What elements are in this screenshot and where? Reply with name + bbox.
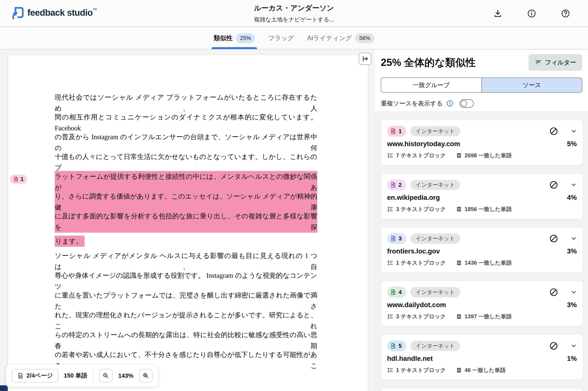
matched-words-stat: 1436 一致した単語 — [456, 259, 512, 267]
chevron-down-icon — [571, 289, 577, 295]
toolbar-divider — [93, 369, 93, 383]
filter-button[interactable]: フィルター — [529, 54, 582, 71]
similarity-panel-header: 25% 全体的な類似性 フィルター 一致グループ ソース 重複ソースを表示する — [375, 50, 588, 111]
expand-source-button[interactable] — [571, 128, 577, 134]
source-percent: 1% — [567, 355, 577, 362]
source-percent: 4% — [567, 194, 577, 201]
exclude-icon — [549, 288, 558, 297]
exclude-source-button[interactable] — [549, 288, 558, 297]
source-percent: 3% — [567, 247, 577, 255]
matched-words-icon — [456, 367, 462, 374]
source-percent: 3% — [567, 301, 577, 309]
toggle-knob — [461, 100, 467, 107]
match-marker-number: 1 — [20, 176, 23, 183]
page-toolbar: 2/4ページ 150 単語 143% — [6, 365, 158, 387]
text-blocks-stat: 7 テキストブロック — [387, 152, 446, 159]
text-blocks-icon — [387, 367, 394, 374]
source-card-2[interactable]: 2 インターネット en.wikipedia.org 4% 3 テキストブロック… — [381, 174, 583, 219]
text-line: 尊心や身体イメージの認識を形成する役割です。 Instagram のような視覚的… — [55, 271, 317, 291]
word-count-label: 150 単語 — [64, 372, 87, 380]
match-view-segmented-control: 一致グループ ソース — [381, 78, 582, 93]
source-card-next-partial[interactable] — [381, 388, 583, 391]
document-text: 現代社会ではソーシャル メディア プラットフォームがいたるところに存在するため、… — [55, 93, 317, 370]
tab-flags-label: フラッグ — [268, 34, 294, 42]
similarity-panel: 25% 全体的な類似性 フィルター 一致グループ ソース 重複ソースを表示する … — [375, 50, 588, 391]
header-actions — [492, 8, 571, 19]
zoom-in-button[interactable] — [139, 369, 152, 383]
info-button[interactable] — [526, 8, 537, 19]
source-card-1[interactable]: 1 インターネット www.historytoday.com 5% 7 テキスト… — [381, 120, 583, 165]
duplicate-sources-toggle[interactable] — [460, 99, 474, 108]
zoom-level-label: 143% — [118, 373, 133, 379]
filter-button-label: フィルター — [545, 58, 576, 67]
source-domain: frontiers.loc.gov — [387, 247, 440, 255]
text-line: の普及から Instagram のインフルエンサーの台頭まで、ソーシャル メディ… — [55, 132, 317, 152]
collapse-panel-button[interactable] — [359, 53, 371, 65]
matched-words-icon — [456, 313, 462, 320]
exclude-source-button[interactable] — [549, 341, 558, 351]
tab-similarity-label: 類似性 — [214, 34, 233, 42]
highlighted-text-line[interactable]: ります。 — [55, 231, 317, 251]
source-number-badge: 2 — [387, 179, 406, 191]
text-line: れた、現実の理想化されたバージョンが提示されることが多いです。研究によると、これ — [55, 311, 317, 330]
expand-source-button[interactable] — [571, 289, 577, 295]
text-line: ソーシャル メディアがメンタル ヘルスに与える影響の最も目に見える現れの 1 つ… — [55, 251, 317, 271]
download-button[interactable] — [492, 8, 503, 19]
source-card-5[interactable]: 5 インターネット hdl.handle.net 1% 1 テキストブロック 4… — [381, 334, 583, 380]
text-blocks-stat: 3 テキストブロック — [387, 205, 446, 213]
text-line: らの特定のストリームへの長期的な露出は、特に社会的比較に敏感な感受性の高い思春期 — [55, 330, 317, 350]
help-icon — [561, 9, 570, 18]
matched-words-stat: 1397 一致した単語 — [456, 313, 512, 320]
duplicate-info-icon[interactable] — [446, 100, 454, 107]
expand-source-button[interactable] — [571, 235, 577, 242]
text-line: 十億もの人々にとって日常生活に欠かせないものとなっています。しかし、これらのプ — [55, 152, 317, 172]
source-doc-icon — [390, 235, 396, 242]
source-doc-icon — [390, 343, 396, 349]
tab-ai-writing-label: AIライティング — [307, 34, 352, 42]
highlighted-text-line[interactable]: に及ぼす多面的な影響を分析する包括的な旅に乗り出し、その複雑な層と多様な影響を探 — [55, 212, 317, 231]
highlighted-text-line[interactable]: り、さらに調査する価値があります。このエッセイは、ソーシャル メディアが精神的健… — [55, 192, 317, 212]
tab-sources[interactable]: ソース — [481, 78, 582, 92]
matched-words-icon — [456, 260, 462, 266]
zoom-out-button[interactable] — [99, 369, 113, 383]
page-navigator-button[interactable]: 2/4ページ — [12, 369, 58, 383]
zoom-in-icon — [142, 373, 149, 379]
source-type-pill: インターネット — [410, 180, 460, 190]
source-card-3[interactable]: 3 インターネット frontiers.loc.gov 3% 1 テキストブロッ… — [381, 227, 583, 273]
text-line: に重点を置いたプラットフォームでは、完璧さを醸し出す綿密に厳選された画像で満たさ — [55, 291, 317, 311]
expand-source-button[interactable] — [571, 182, 577, 188]
overall-similarity-title: 25% 全体的な類似性 — [381, 56, 476, 69]
highlighted-text-line[interactable]: ラットフォームが提供する利便性と接続性の中には、メンタルヘルスとの微妙な関係があ — [55, 172, 317, 192]
help-button[interactable] — [560, 8, 571, 19]
text-blocks-icon — [387, 313, 394, 320]
chevron-down-icon — [571, 343, 577, 349]
expand-source-button[interactable] — [571, 343, 577, 349]
page-count-label: 2/4ページ — [26, 372, 53, 380]
source-type-pill: インターネット — [410, 233, 460, 244]
exclude-source-button[interactable] — [549, 234, 558, 243]
exclude-icon — [549, 234, 558, 243]
match-doc-icon — [13, 176, 19, 182]
tab-flags[interactable]: フラッグ — [268, 27, 294, 49]
exclude-source-button[interactable] — [549, 126, 558, 136]
tab-ai-writing[interactable]: AIライティング 56% — [307, 27, 374, 49]
source-doc-icon — [390, 182, 396, 188]
source-type-pill: インターネット — [410, 287, 460, 297]
source-list: 1 インターネット www.historytoday.com 5% 7 テキスト… — [375, 111, 588, 391]
text-line: 現代社会ではソーシャル メディア プラットフォームがいたるところに存在するため、… — [55, 93, 317, 113]
source-type-pill: インターネット — [410, 126, 460, 136]
match-marker-1[interactable]: 1 — [10, 175, 27, 184]
matched-words-stat: 1856 一致した単語 — [456, 205, 512, 213]
source-percent: 5% — [567, 140, 577, 148]
text-blocks-icon — [387, 152, 394, 159]
tab-match-groups[interactable]: 一致グループ — [381, 78, 481, 92]
duplicate-sources-row: 重複ソースを表示する — [381, 99, 582, 108]
chevron-down-icon — [571, 235, 577, 242]
source-domain: www.dailydot.com — [387, 301, 446, 309]
tab-similarity[interactable]: 類似性 25% — [214, 27, 255, 49]
exclude-icon — [549, 126, 558, 136]
exclude-source-button[interactable] — [549, 180, 558, 190]
source-card-4[interactable]: 4 インターネット www.dailydot.com 3% 3 テキストブロック… — [381, 281, 583, 326]
exclude-icon — [549, 180, 558, 190]
text-blocks-stat: 3 テキストブロック — [387, 313, 446, 320]
